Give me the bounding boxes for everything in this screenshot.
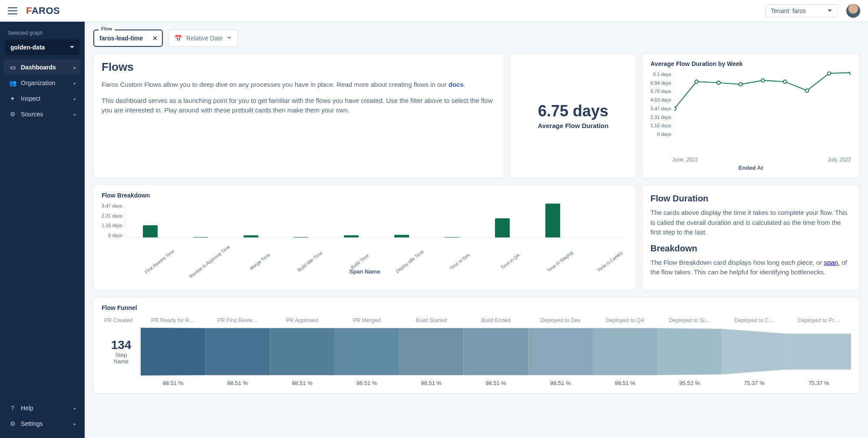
chevron-right-icon (74, 65, 76, 70)
docs-link[interactable]: docs (449, 81, 464, 88)
sidebar-item-organization[interactable]: 👥Organization (3, 75, 81, 91)
sidebar-item-inspect[interactable]: ✦Inspect (3, 91, 81, 106)
sidebar-footer-settings[interactable]: ⚙Settings (3, 416, 81, 431)
y-tick: 6.94 days (650, 80, 671, 86)
flows-intro-card: Flows Faros Custom Flows allow you to de… (93, 53, 504, 178)
line-chart-title: Average Flow Duration by Week (650, 60, 851, 67)
logo-rest: AROS (32, 5, 60, 16)
sidebar-item-sources[interactable]: ⚙Sources (3, 106, 81, 122)
dashboard-icon: ▭ (9, 64, 17, 71)
sidebar-footer-help[interactable]: ?Help (3, 400, 81, 416)
explain-h2: Breakdown (650, 244, 851, 254)
funnel-percent: 98.51 % (528, 380, 593, 386)
graph-value: golden-data (10, 44, 45, 51)
svg-point-4 (761, 79, 764, 82)
help-icon: ? (9, 405, 17, 412)
svg-marker-11 (270, 328, 334, 375)
bar-chart (125, 203, 628, 238)
user-avatar[interactable] (846, 4, 860, 18)
sources-icon: ⚙ (9, 111, 17, 118)
sidebar: Selected graph golden-data ▭Dashboards👥O… (0, 22, 85, 438)
funnel-title: Flow Funnel (102, 304, 851, 311)
y-tick: 4.63 days (650, 97, 671, 102)
explain-p2a: The Flow Breakdown card displays how lon… (650, 259, 824, 266)
date-filter-label: Relative Date (186, 35, 223, 42)
bar-1 (193, 237, 208, 237)
kpi-label: Average Flow Duration (538, 122, 609, 129)
date-filter[interactable]: 📅 Relative Date (168, 30, 238, 47)
nav-label: Inspect (21, 95, 40, 102)
y-tick: 5.79 days (650, 89, 671, 94)
funnel-percent: 98.51 % (399, 380, 464, 386)
clear-flow-icon[interactable]: ✕ (152, 35, 158, 42)
svg-marker-14 (464, 328, 528, 375)
menu-toggle[interactable] (8, 7, 17, 14)
funnel-header: PR Ready for R… (141, 316, 205, 325)
flow-duration-explain-card: Flow Duration The cards above display th… (642, 184, 859, 291)
graph-selector[interactable]: golden-data (5, 40, 79, 55)
nav-label: Help (21, 405, 33, 412)
flow-filter-legend: Flow (99, 26, 115, 31)
svg-marker-18 (722, 329, 787, 374)
sidebar-item-dashboards[interactable]: ▭Dashboards (3, 59, 81, 75)
span-link[interactable]: span (824, 259, 838, 266)
chevron-right-icon (74, 96, 76, 101)
flows-p2: This dashboard serves as a launching poi… (102, 96, 496, 115)
nav-label: Organization (21, 79, 55, 86)
funnel-chart (141, 328, 851, 375)
flow-funnel-card: Flow Funnel PR CreatedPR Ready for R…PR … (93, 297, 859, 394)
funnel-percent (102, 380, 141, 386)
flows-title: Flows (102, 60, 496, 74)
y-tick: 2.31 days (650, 115, 671, 120)
svg-point-0 (674, 107, 676, 111)
funnel-left-label1: Step (116, 352, 127, 358)
funnel-percent: 98.51 % (205, 380, 270, 386)
funnel-header: PR First Revie… (205, 316, 270, 325)
logo-letter: F (26, 5, 32, 16)
svg-point-2 (717, 81, 720, 85)
selected-graph-label: Selected graph (3, 28, 81, 40)
app-logo: FAROS (26, 5, 60, 16)
org-icon: 👥 (9, 79, 17, 86)
funnel-header: PR Created (102, 316, 141, 325)
funnel-percent: 98.51 % (270, 380, 334, 386)
flow-breakdown-card: Flow Breakdown 3.47 days2.31 days1.16 da… (93, 184, 636, 291)
svg-marker-16 (593, 328, 657, 375)
svg-point-3 (739, 82, 743, 86)
svg-point-6 (805, 89, 809, 92)
funnel-percent: 75.37 % (722, 380, 787, 386)
flow-filter[interactable]: Flow faros-lead-time ✕ (93, 30, 163, 47)
nav-label: Dashboards (21, 64, 56, 71)
flows-p1a: Faros Custom Flows allow you to deep div… (102, 81, 449, 88)
y-tick: 1.16 days (650, 123, 671, 128)
funnel-start-count: 134 (111, 338, 132, 352)
funnel-percent: 75.37 % (786, 380, 851, 386)
svg-point-5 (783, 80, 786, 83)
svg-marker-12 (334, 328, 399, 375)
funnel-percent: 98.51 % (141, 380, 205, 386)
calendar-icon: 📅 (175, 35, 182, 42)
svg-marker-10 (205, 328, 270, 375)
svg-point-1 (695, 80, 698, 83)
funnel-header: Deployed to C… (722, 316, 787, 325)
y-tick: 3.47 days (102, 203, 122, 208)
funnel-header: Build Started (399, 316, 464, 325)
svg-marker-15 (528, 328, 593, 375)
y-tick: 0 days (102, 233, 122, 238)
bar-7 (495, 218, 510, 237)
funnel-percent: 98.51 % (334, 380, 399, 386)
funnel-left-label2: Name (114, 359, 129, 365)
svg-marker-13 (399, 328, 464, 375)
funnel-header: Deployed to Dev (528, 316, 593, 325)
y-tick: 1.16 days (102, 223, 122, 228)
funnel-header: Build Ended (464, 316, 528, 325)
flow-filter-value: faros-lead-time (99, 35, 143, 42)
tenant-selector[interactable]: Tenant: faros (765, 4, 838, 17)
bar-0 (143, 225, 158, 237)
chevron-right-icon (74, 406, 76, 411)
funnel-header: Deployed to St… (657, 316, 722, 325)
bar-2 (244, 235, 258, 237)
svg-point-8 (849, 72, 851, 74)
svg-point-7 (827, 72, 831, 75)
y-tick: 8.1 days (650, 72, 671, 77)
